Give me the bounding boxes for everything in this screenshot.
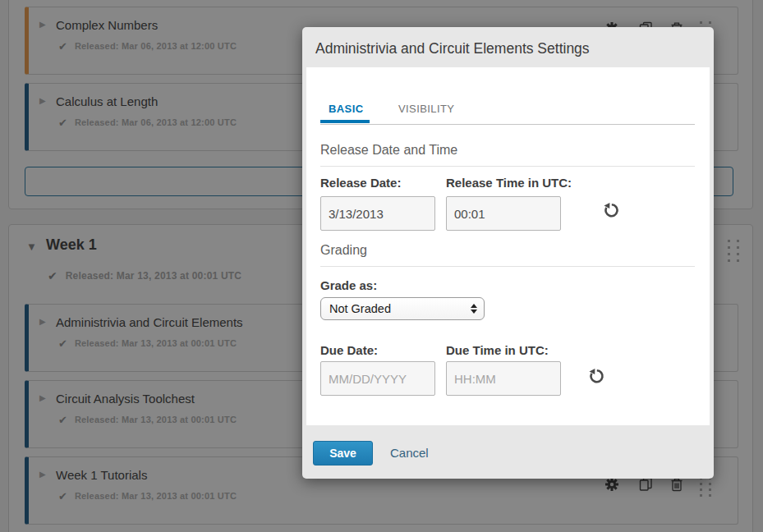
due-date-field[interactable] — [320, 361, 435, 396]
reset-release-button[interactable] — [603, 202, 619, 218]
undo-icon — [603, 202, 619, 218]
grade-select-value: Not Graded — [329, 303, 391, 315]
grade-as-label: Grade as: — [320, 279, 377, 291]
settings-modal: Administrivia and Circuit Elements Setti… — [302, 27, 714, 479]
reset-due-button[interactable] — [588, 368, 604, 384]
grade-select[interactable]: Not Graded — [320, 297, 485, 320]
release-date-label: Release Date: — [320, 177, 401, 189]
release-time-field[interactable] — [446, 196, 561, 231]
due-date-label: Due Date: — [320, 344, 378, 356]
select-arrows-icon — [471, 304, 477, 314]
undo-icon — [588, 368, 604, 384]
tab-basic[interactable]: BASIC — [329, 103, 363, 114]
release-section-heading: Release Date and Time — [320, 144, 457, 157]
release-time-label: Release Time in UTC: — [446, 177, 572, 189]
modal-content-panel: BASIC VISIBILITY Release Date and Time R… — [306, 67, 710, 425]
tab-visibility[interactable]: VISIBILITY — [398, 103, 454, 114]
divider — [320, 166, 695, 167]
grading-section-heading: Grading — [320, 244, 367, 257]
divider — [320, 124, 695, 125]
due-time-field[interactable] — [446, 361, 561, 396]
course-outline-page: ▶ Complex Numbers ✔ Released: Mar 06, 20… — [0, 0, 763, 532]
cancel-link[interactable]: Cancel — [390, 447, 429, 459]
save-button[interactable]: Save — [313, 441, 373, 466]
divider — [320, 266, 695, 267]
release-date-field[interactable] — [320, 196, 435, 231]
active-tab-underline — [320, 120, 370, 123]
due-time-label: Due Time in UTC: — [446, 344, 549, 356]
modal-title: Administrivia and Circuit Elements Setti… — [315, 40, 590, 57]
